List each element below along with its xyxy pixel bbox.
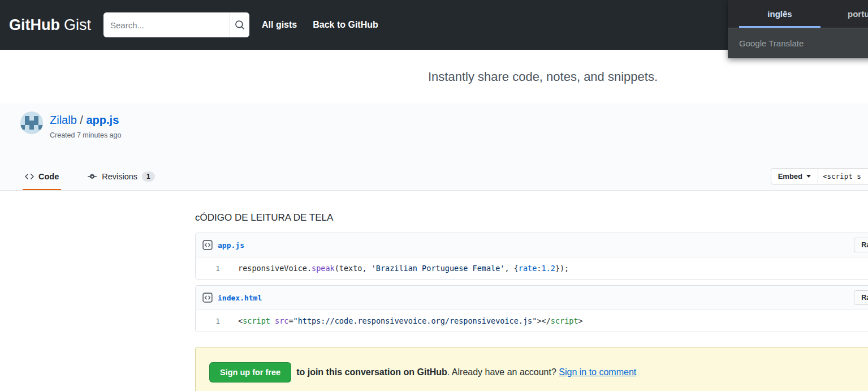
embed-script-input[interactable] [818,168,868,185]
tab-revisions-label: Revisions [102,172,137,181]
search-input[interactable] [103,12,230,37]
code-row: 1 <script src="https://code.responsivevo… [196,310,868,332]
raw-button[interactable]: Raw [854,238,868,252]
file-header: app.js Raw [196,233,868,257]
file-code-icon [202,240,213,250]
revisions-count-badge: 1 [142,171,155,182]
revisions-icon [87,172,97,181]
file-box-indexhtml: index.html Raw 1 <script src="https://co… [195,285,868,332]
banner-text: to join this conversation on GitHub. Alr… [296,362,636,383]
file-code-icon [202,293,213,303]
tab-code[interactable]: Code [23,162,61,190]
signup-button[interactable]: Sign up for free [209,362,291,383]
file-header: index.html Raw [196,286,868,310]
tab-revisions[interactable]: Revisions 1 [85,162,157,190]
nav-all-gists[interactable]: All gists [262,20,297,30]
gist-main: cÓDIGO DE LEITURA DE TELA app.js Raw 1 r… [195,191,868,391]
code-line: responsiveVoice.speak(texto, 'Brazilian … [226,264,569,273]
file-name-link[interactable]: app.js [218,241,244,250]
avatar[interactable] [20,111,43,134]
gist-owner-link[interactable]: Zilalb [50,114,77,126]
gist-header: Zilalb / app.js Created 7 minutes ago [0,104,868,162]
page: GitHubGist All gists Back to GitHub ingl… [0,0,868,391]
gist-description: cÓDIGO DE LEITURA DE TELA [195,212,868,224]
line-number[interactable]: 1 [196,264,226,273]
gist-title: Zilalb / app.js [50,113,121,127]
search-button[interactable] [230,12,249,37]
gist-title-separator: / [77,114,87,126]
translate-tabs: inglês português [728,0,868,28]
signup-banner: Sign up for free to join this conversati… [195,347,868,391]
logo-gist-text: Gist [64,16,91,33]
tab-code-label: Code [38,172,59,181]
code-icon [25,172,34,181]
translate-brand: Google Translate [728,28,868,58]
search-icon [235,20,245,30]
embed-dropdown-button[interactable]: Embed [771,168,818,185]
gist-tabbar: Code Revisions 1 Embed [0,162,868,191]
file-box-appjs: app.js Raw 1 responsiveVoice.speak(texto… [195,233,868,280]
gist-created-timestamp: Created 7 minutes ago [50,131,121,139]
banner-text-rest: . Already have an account? [447,367,559,377]
translate-tab-ingles[interactable]: inglês [739,0,821,28]
signin-link[interactable]: Sign in to comment [559,367,636,377]
top-nav: All gists Back to GitHub [262,20,378,30]
chevron-down-icon [806,175,811,178]
search-box [103,12,249,37]
translate-tab-portugues[interactable]: português [848,0,868,28]
gist-name-link[interactable]: app.js [86,114,119,126]
logo-github-text: GitHub [9,16,60,33]
banner-text-bold: to join this conversation on GitHub [296,367,447,377]
embed-group: Embed [771,168,868,185]
nav-back-to-github[interactable]: Back to GitHub [313,20,378,30]
code-line: <script src="https://code.responsivevoic… [226,316,583,325]
hero-tagline: Instantly share code, notes, and snippet… [428,70,658,84]
line-number[interactable]: 1 [196,317,226,325]
github-gist-logo[interactable]: GitHubGist [9,16,91,34]
embed-button-label: Embed [778,172,802,181]
raw-button[interactable]: Raw [854,290,868,305]
code-row: 1 responsiveVoice.speak(texto, 'Brazilia… [196,257,868,279]
google-translate-popup: inglês português Google Translate [728,0,868,58]
file-name-link[interactable]: index.html [218,294,262,302]
